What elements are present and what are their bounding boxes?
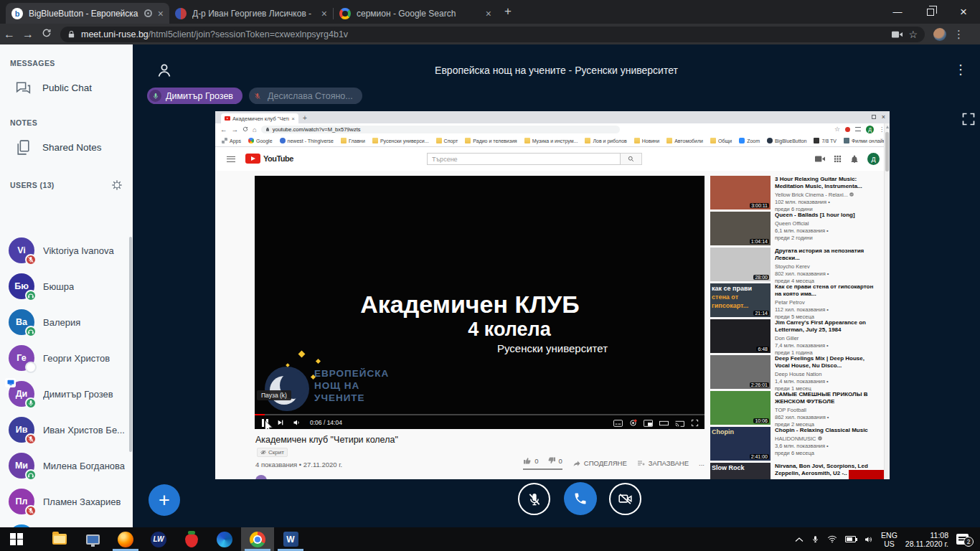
bookmark-item[interactable]: Apps (222, 138, 241, 143)
shared-close-icon[interactable]: × (882, 113, 885, 121)
shared-new-tab-button[interactable]: + (303, 114, 307, 122)
recommended-video[interactable]: Slow Rock 1:37:11 Nirvana, Bon Jovi, Sco… (710, 463, 880, 479)
sidebar-item-public-chat[interactable]: Public Chat (0, 72, 133, 104)
tab-bigbluebutton[interactable]: b BigBlueButton - Европейска × (6, 3, 169, 24)
new-tab-button[interactable]: + (504, 4, 512, 19)
cast-icon[interactable] (675, 420, 684, 427)
shared-reload-icon[interactable] (242, 126, 248, 133)
bookmark-item[interactable]: Google (248, 138, 273, 143)
taskbar-firefox[interactable] (109, 527, 142, 551)
user-list-item[interactable]: Ге Георги Христов (0, 340, 128, 376)
battery-icon[interactable] (845, 536, 856, 542)
user-list-item[interactable]: Ми Милена Богданова (0, 448, 128, 484)
shared-extension-icon[interactable] (845, 127, 850, 132)
miniplayer-icon[interactable] (644, 420, 653, 427)
recommended-video[interactable]: 10:06 САМЫЕ СМЕШНЫЕ ПРИКОЛЫ В ЖЕНСКОМ ФУ… (710, 391, 880, 427)
save-button[interactable]: ЗАПАЗВАНЕ (637, 459, 689, 468)
taskbar-lw-app[interactable]: LW (142, 527, 175, 551)
tab-google-search[interactable]: сермион - Google Search × (334, 3, 497, 24)
tab-close-icon[interactable]: × (321, 9, 327, 19)
forward-icon[interactable]: → (19, 28, 37, 41)
youtube-apps-grid-icon[interactable] (834, 155, 842, 163)
shared-scrollbar[interactable] (884, 123, 890, 479)
user-list-item[interactable]: Ив Иван Христов Бе... (0, 412, 128, 448)
leave-audio-button[interactable] (564, 482, 597, 515)
bookmark-item[interactable]: Лов и риболов (585, 138, 626, 143)
progress-bar[interactable] (255, 414, 705, 416)
sidebar-scrollbar[interactable] (129, 237, 132, 452)
volume-icon[interactable] (293, 418, 301, 427)
more-actions[interactable]: ... (699, 459, 705, 467)
share-button[interactable]: СПОДЕЛЯНЕ (573, 459, 627, 468)
reload-icon[interactable] (37, 28, 56, 41)
browser-menu-icon[interactable]: ⋮ (953, 28, 964, 41)
bookmark-item[interactable]: Zoom (739, 138, 760, 143)
youtube-create-video-icon[interactable] (815, 155, 825, 163)
user-list-item[interactable]: Пл Пламен Захариев (0, 484, 128, 519)
bookmark-star-icon[interactable]: ☆ (908, 29, 918, 40)
shared-address-bar[interactable]: youtube.com/watch?v=M_bx579wzts (261, 126, 620, 133)
tab-close-icon[interactable]: × (486, 9, 491, 19)
webcam-toggle-button[interactable] (609, 483, 641, 515)
video-player[interactable]: Академичен КЛУБ 4 колела Русенски универ… (255, 176, 705, 429)
address-bar[interactable]: meet.uni-ruse.bg/html5client/join?sessio… (60, 27, 925, 42)
bookmark-item[interactable]: Автомобили (666, 138, 703, 143)
youtube-logo[interactable]: YouTube (245, 154, 293, 164)
recommended-video[interactable]: 28:00 Другата история за непознатия Левс… (710, 248, 880, 283)
profile-avatar[interactable] (933, 28, 946, 41)
recommended-video[interactable]: 6:48 Jim Carrey's First Appearance on Le… (710, 319, 880, 355)
taskbar-chrome[interactable] (241, 527, 274, 551)
tab-lisichkov[interactable]: Д-р Иван Георгиев Лисичков - × (169, 3, 333, 24)
talker-pill[interactable]: Димитър Грозев (147, 88, 242, 104)
user-list-item[interactable]: Пл Пламен Павлов (0, 519, 128, 527)
taskbar-edge[interactable] (208, 527, 241, 551)
shared-home-icon[interactable]: ⌂ (253, 126, 257, 133)
shared-restore-icon[interactable] (872, 115, 876, 119)
shared-tab-youtube[interactable]: Академичен клуб "Четири... × (221, 113, 298, 123)
channel-avatar[interactable] (255, 475, 267, 479)
bookmark-item[interactable]: Филми онлайн (844, 138, 886, 143)
bookmark-item[interactable]: BigBlueButton (767, 138, 806, 143)
recommended-video[interactable]: 3:00:11 3 Hour Relaxing Guitar Music: Me… (710, 176, 880, 212)
minimize-button[interactable]: — (881, 0, 914, 24)
taskbar-strawberry-app[interactable] (175, 527, 208, 551)
wifi-icon[interactable] (827, 535, 837, 543)
bbb-actions-plus-button[interactable]: + (149, 484, 180, 516)
like-button[interactable]: 0 (523, 456, 538, 465)
talker-pill[interactable]: Десислава Стояно... (249, 88, 362, 104)
youtube-menu-icon[interactable] (227, 156, 235, 162)
fullscreen-icon[interactable] (961, 112, 976, 126)
settings-gear-icon[interactable] (629, 419, 637, 427)
recommended-video[interactable]: 2:26:01 Deep Feelings Mix | Deep House, … (710, 355, 880, 391)
mute-toggle-button[interactable] (518, 483, 550, 515)
dislike-button[interactable]: 0 (547, 456, 562, 465)
sidebar-item-shared-notes[interactable]: Shared Notes (0, 131, 133, 164)
tray-expand-chevron-icon[interactable] (795, 537, 804, 542)
action-center-icon[interactable]: 2 (956, 534, 969, 545)
subtitles-icon[interactable] (613, 420, 623, 427)
user-list-item[interactable]: Ди Димитър Грозев (0, 376, 128, 412)
language-indicator[interactable]: ENG US (881, 531, 897, 548)
back-icon[interactable]: ← (0, 28, 19, 41)
youtube-profile-avatar[interactable]: Д (867, 153, 880, 165)
bookmark-item[interactable]: Новини (634, 138, 659, 143)
bookmark-item[interactable]: Общи (710, 138, 732, 143)
shared-bookmark-star-icon[interactable]: ☆ (834, 126, 840, 133)
bookmark-item[interactable]: Главни (341, 138, 365, 143)
youtube-search-input[interactable] (427, 153, 621, 165)
user-list-item[interactable]: Vi Viktoriya Ivanova (0, 232, 128, 268)
recommended-video[interactable]: Chopin 2:41:00 Chopin - Relaxing Classic… (710, 427, 880, 463)
bookmark-item[interactable]: newest - Thingiverse (280, 138, 334, 143)
bookmark-item[interactable]: Радио и телевизия (465, 138, 517, 143)
recommended-video[interactable]: 1:04:14 Queen - Ballads [1 hour long] Qu… (710, 212, 880, 248)
shared-profile-avatar[interactable]: Д (866, 126, 874, 133)
taskbar-file-explorer[interactable] (43, 527, 76, 551)
shared-back-icon[interactable]: ← (220, 126, 227, 133)
bbb-options-menu-icon[interactable]: ⋮ (954, 62, 967, 77)
shared-list-icon[interactable] (855, 127, 861, 131)
tab-close-icon[interactable]: × (158, 9, 164, 19)
start-button[interactable] (0, 527, 33, 551)
bookmark-item[interactable]: 7/8 TV (814, 138, 837, 143)
tab-camera-icon[interactable] (892, 30, 903, 39)
bookmark-item[interactable]: Русенски универси... (372, 138, 429, 143)
